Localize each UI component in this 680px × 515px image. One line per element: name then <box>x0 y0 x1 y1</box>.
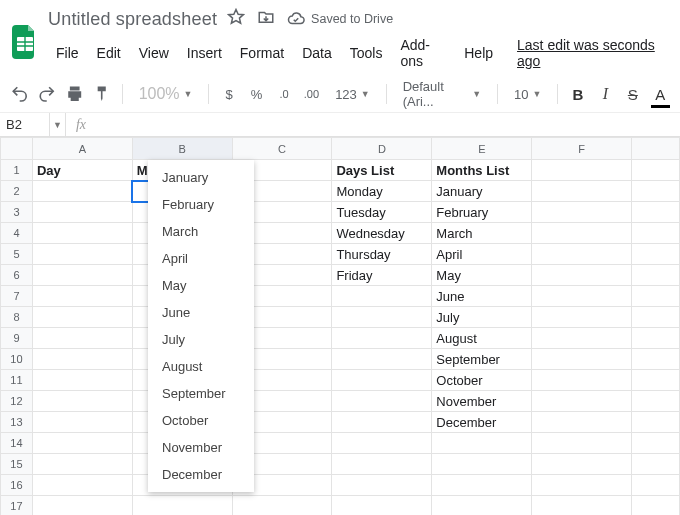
cell-D16[interactable] <box>332 475 432 496</box>
font-size-dropdown[interactable]: 10▼ <box>508 82 547 106</box>
increase-decimal[interactable]: .00 <box>302 83 321 105</box>
row-header-4[interactable]: 4 <box>1 223 33 244</box>
menu-edit[interactable]: Edit <box>89 42 129 64</box>
formula-bar[interactable] <box>96 113 680 136</box>
column-header-E[interactable]: E <box>432 138 532 160</box>
row-header-2[interactable]: 2 <box>1 181 33 202</box>
cell-edge[interactable] <box>632 391 680 412</box>
cell-E14[interactable] <box>432 433 532 454</box>
cell-A10[interactable] <box>32 349 132 370</box>
cell-F1[interactable] <box>532 160 632 181</box>
dropdown-option[interactable]: October <box>148 407 254 434</box>
data-validation-dropdown[interactable]: JanuaryFebruaryMarchAprilMayJuneJulyAugu… <box>148 160 254 492</box>
row-header-7[interactable]: 7 <box>1 286 33 307</box>
cell-edge[interactable] <box>632 349 680 370</box>
cell-A14[interactable] <box>32 433 132 454</box>
row-header-13[interactable]: 13 <box>1 412 33 433</box>
undo-icon[interactable] <box>10 83 29 105</box>
cell-A2[interactable] <box>32 181 132 202</box>
cell-A4[interactable] <box>32 223 132 244</box>
print-icon[interactable] <box>65 83 84 105</box>
cell-edge[interactable] <box>632 433 680 454</box>
decrease-decimal[interactable]: .0 <box>274 83 293 105</box>
cell-C17[interactable] <box>232 496 332 516</box>
menu-view[interactable]: View <box>131 42 177 64</box>
cell-D9[interactable] <box>332 328 432 349</box>
row-header-14[interactable]: 14 <box>1 433 33 454</box>
menu-insert[interactable]: Insert <box>179 42 230 64</box>
cell-edge[interactable] <box>632 202 680 223</box>
cell-A11[interactable] <box>32 370 132 391</box>
row-header-16[interactable]: 16 <box>1 475 33 496</box>
spreadsheet-grid[interactable]: ABCDEF1DayMonthDays ListMonths List2▼Mon… <box>0 137 680 515</box>
row-header-9[interactable]: 9 <box>1 328 33 349</box>
cell-D13[interactable] <box>332 412 432 433</box>
cell-F15[interactable] <box>532 454 632 475</box>
cell-E17[interactable] <box>432 496 532 516</box>
cell-D11[interactable] <box>332 370 432 391</box>
column-header-A[interactable]: A <box>32 138 132 160</box>
cell-F17[interactable] <box>532 496 632 516</box>
dropdown-option[interactable]: May <box>148 272 254 299</box>
cell-E5[interactable]: April <box>432 244 532 265</box>
row-header-3[interactable]: 3 <box>1 202 33 223</box>
dropdown-option[interactable]: March <box>148 218 254 245</box>
text-color-button[interactable]: A <box>651 83 670 105</box>
zoom-dropdown[interactable]: 100%▼ <box>133 82 199 106</box>
number-format-dropdown[interactable]: 123▼ <box>329 82 376 106</box>
cell-D7[interactable] <box>332 286 432 307</box>
cell-F9[interactable] <box>532 328 632 349</box>
paint-format-icon[interactable] <box>92 83 111 105</box>
cell-D5[interactable]: Thursday <box>332 244 432 265</box>
cell-E1[interactable]: Months List <box>432 160 532 181</box>
cell-D8[interactable] <box>332 307 432 328</box>
column-header-F[interactable]: F <box>532 138 632 160</box>
cell-F10[interactable] <box>532 349 632 370</box>
row-header-6[interactable]: 6 <box>1 265 33 286</box>
cell-D4[interactable]: Wednesday <box>332 223 432 244</box>
row-header-15[interactable]: 15 <box>1 454 33 475</box>
cell-F14[interactable] <box>532 433 632 454</box>
row-header-17[interactable]: 17 <box>1 496 33 516</box>
font-dropdown[interactable]: Default (Ari...▼ <box>397 82 487 106</box>
dropdown-option[interactable]: December <box>148 461 254 488</box>
row-header-10[interactable]: 10 <box>1 349 33 370</box>
row-header-8[interactable]: 8 <box>1 307 33 328</box>
row-header-5[interactable]: 5 <box>1 244 33 265</box>
menu-addons[interactable]: Add-ons <box>392 34 454 72</box>
cell-D2[interactable]: Monday <box>332 181 432 202</box>
cell-D10[interactable] <box>332 349 432 370</box>
cell-D6[interactable]: Friday <box>332 265 432 286</box>
star-icon[interactable] <box>227 8 245 30</box>
cell-E13[interactable]: December <box>432 412 532 433</box>
row-header-1[interactable]: 1 <box>1 160 33 181</box>
cell-edge[interactable] <box>632 244 680 265</box>
cell-A3[interactable] <box>32 202 132 223</box>
cell-F16[interactable] <box>532 475 632 496</box>
cell-F8[interactable] <box>532 307 632 328</box>
cell-A8[interactable] <box>32 307 132 328</box>
cell-F3[interactable] <box>532 202 632 223</box>
dropdown-option[interactable]: September <box>148 380 254 407</box>
cell-F2[interactable] <box>532 181 632 202</box>
dropdown-option[interactable]: February <box>148 191 254 218</box>
redo-icon[interactable] <box>37 83 56 105</box>
last-edit-link[interactable]: Last edit was seconds ago <box>509 34 670 72</box>
cell-edge[interactable] <box>632 286 680 307</box>
row-header-12[interactable]: 12 <box>1 391 33 412</box>
menu-tools[interactable]: Tools <box>342 42 391 64</box>
bold-button[interactable]: B <box>568 83 587 105</box>
cell-edge[interactable] <box>632 181 680 202</box>
cell-B17[interactable] <box>132 496 232 516</box>
cell-D14[interactable] <box>332 433 432 454</box>
cell-D1[interactable]: Days List <box>332 160 432 181</box>
cell-A5[interactable] <box>32 244 132 265</box>
cell-D17[interactable] <box>332 496 432 516</box>
cell-F13[interactable] <box>532 412 632 433</box>
dropdown-option[interactable]: July <box>148 326 254 353</box>
dropdown-option[interactable]: November <box>148 434 254 461</box>
cell-E6[interactable]: May <box>432 265 532 286</box>
row-header-11[interactable]: 11 <box>1 370 33 391</box>
italic-button[interactable]: I <box>596 83 615 105</box>
dropdown-option[interactable]: January <box>148 164 254 191</box>
